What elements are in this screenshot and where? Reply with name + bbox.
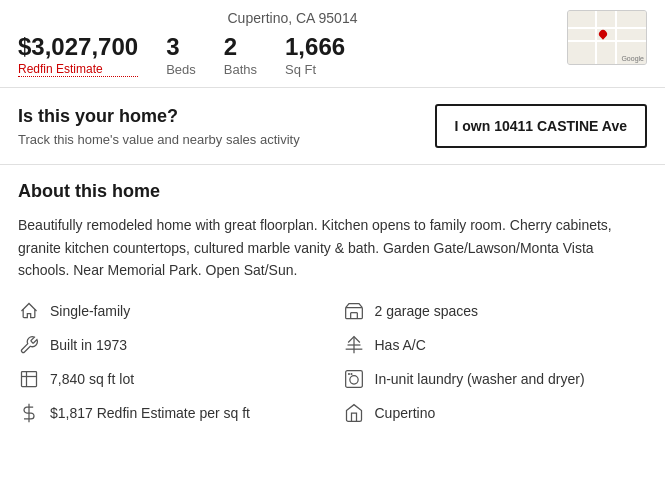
svg-rect-10 bbox=[345, 370, 362, 387]
beds-value: 3 bbox=[166, 34, 196, 60]
property-info: Cupertino, CA 95014 $3,027,700 Redfin Es… bbox=[18, 10, 567, 77]
sqft-value: 1,666 bbox=[285, 34, 345, 60]
feature-ac-text: Has A/C bbox=[375, 337, 426, 353]
map-road bbox=[568, 40, 646, 42]
price-icon bbox=[18, 402, 40, 424]
sqft-stat: 1,666 Sq Ft bbox=[285, 34, 345, 77]
map-pin bbox=[598, 28, 609, 39]
feature-single-family: Single-family bbox=[18, 300, 323, 322]
own-home-button[interactable]: I own 10411 CASTINE Ave bbox=[435, 104, 647, 148]
feature-lot-text: 7,840 sq ft lot bbox=[50, 371, 134, 387]
map-attribution: Google bbox=[621, 55, 644, 62]
own-home-section: Is this your home? Track this home's val… bbox=[0, 88, 665, 165]
feature-built-text: Built in 1973 bbox=[50, 337, 127, 353]
map-grid: Google bbox=[568, 11, 646, 64]
price-stat: $3,027,700 Redfin Estimate bbox=[18, 34, 138, 77]
price-value: $3,027,700 bbox=[18, 34, 138, 60]
feature-lot: 7,840 sq ft lot bbox=[18, 368, 323, 390]
feature-ac: Has A/C bbox=[343, 334, 648, 356]
feature-built: Built in 1973 bbox=[18, 334, 323, 356]
redfin-estimate-label[interactable]: Redfin Estimate bbox=[18, 62, 138, 77]
map-road bbox=[595, 11, 597, 64]
own-home-subtext: Track this home's value and nearby sales… bbox=[18, 132, 300, 147]
laundry-icon bbox=[343, 368, 365, 390]
feature-single-family-text: Single-family bbox=[50, 303, 130, 319]
baths-stat: 2 Baths bbox=[224, 34, 257, 77]
feature-garage: 2 garage spaces bbox=[343, 300, 648, 322]
location-icon bbox=[343, 402, 365, 424]
map-road bbox=[615, 11, 617, 64]
feature-garage-text: 2 garage spaces bbox=[375, 303, 479, 319]
own-home-text: Is this your home? Track this home's val… bbox=[18, 106, 300, 147]
feature-price-sqft-text: $1,817 Redfin Estimate per sq ft bbox=[50, 405, 250, 421]
svg-point-11 bbox=[349, 375, 357, 383]
stats-row: $3,027,700 Redfin Estimate 3 Beds 2 Bath… bbox=[18, 34, 567, 77]
about-heading: About this home bbox=[18, 181, 647, 202]
about-section: About this home Beautifully remodeled ho… bbox=[0, 165, 665, 439]
about-description: Beautifully remodeled home with great fl… bbox=[18, 214, 647, 281]
map-road bbox=[568, 27, 646, 29]
beds-label: Beds bbox=[166, 62, 196, 77]
baths-value: 2 bbox=[224, 34, 257, 60]
feature-price-sqft: $1,817 Redfin Estimate per sq ft bbox=[18, 402, 323, 424]
home-icon bbox=[18, 300, 40, 322]
features-grid: Single-family 2 garage spaces B bbox=[18, 300, 647, 424]
sqft-label: Sq Ft bbox=[285, 62, 345, 77]
lot-icon bbox=[18, 368, 40, 390]
wrench-icon bbox=[18, 334, 40, 356]
garage-icon bbox=[343, 300, 365, 322]
baths-label: Baths bbox=[224, 62, 257, 77]
feature-laundry-text: In-unit laundry (washer and dryer) bbox=[375, 371, 585, 387]
top-section: Cupertino, CA 95014 $3,027,700 Redfin Es… bbox=[0, 0, 665, 88]
feature-laundry: In-unit laundry (washer and dryer) bbox=[343, 368, 648, 390]
beds-stat: 3 Beds bbox=[166, 34, 196, 77]
map-thumbnail[interactable]: Google bbox=[567, 10, 647, 65]
ac-icon bbox=[343, 334, 365, 356]
property-address: Cupertino, CA 95014 bbox=[18, 10, 567, 26]
own-home-heading: Is this your home? bbox=[18, 106, 300, 127]
svg-rect-7 bbox=[22, 371, 37, 386]
feature-location-text: Cupertino bbox=[375, 405, 436, 421]
feature-location: Cupertino bbox=[343, 402, 648, 424]
